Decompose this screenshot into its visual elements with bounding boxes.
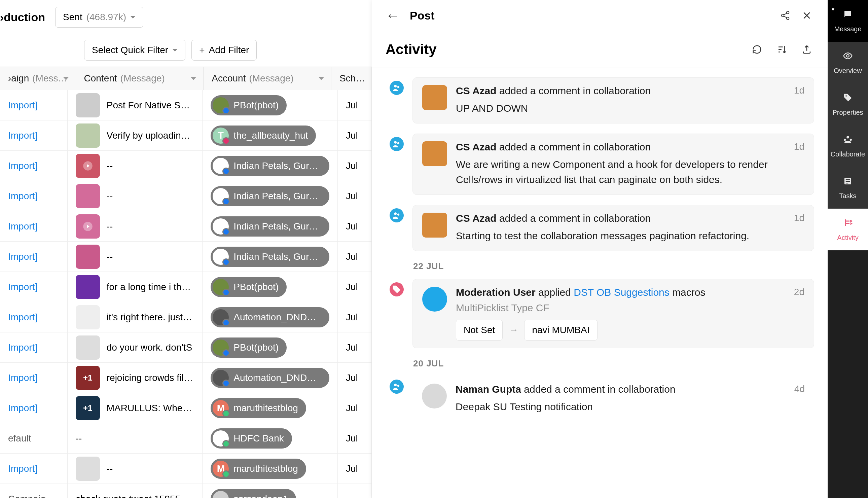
content-thumbnail (76, 457, 100, 481)
account-chip[interactable]: Automation_DND_Carz (211, 307, 329, 327)
rail-overview[interactable]: Overview (828, 42, 868, 83)
network-badge-icon (222, 228, 230, 236)
network-badge-icon (222, 440, 230, 447)
svg-rect-20 (846, 181, 850, 182)
account-chip[interactable]: HDFC Bank (211, 428, 292, 448)
table-row[interactable]: Import]--Indian Petals, GurgaonJul (0, 151, 372, 181)
col-sublabel: (Message) (249, 73, 293, 84)
scheduled-cell (338, 484, 372, 498)
campaign-link[interactable]: Import] (0, 151, 68, 181)
campaign-link[interactable]: efault (0, 423, 68, 453)
rail-tasks[interactable]: Tasks (828, 167, 868, 209)
rail-collaborate[interactable]: Collaborate (828, 125, 868, 167)
table-row[interactable]: Import]--Indian Petals, GurgaonJul (0, 181, 372, 211)
chevron-down-icon (130, 16, 136, 18)
activity-card: Moderation User applied DST OB Suggestio… (413, 279, 814, 348)
table-row[interactable]: Import]do your work. don'tSPBot(pbot)Jul (0, 332, 372, 363)
rail-message[interactable]: ▾ Message (828, 0, 868, 42)
people-icon (843, 134, 853, 147)
campaign-link[interactable]: Import] (0, 363, 68, 393)
table-row[interactable]: Import]for a long time i thought i wo…PB… (0, 272, 372, 302)
content-text: do your work. don'tS (107, 342, 192, 353)
content-text: -- (76, 433, 82, 444)
sort-filter-icon[interactable] (774, 42, 789, 57)
activity-body: Moderation User applied DST OB Suggestio… (456, 287, 804, 341)
table-row[interactable]: Import]--MmaruthitestblogJul (0, 454, 372, 484)
account-chip[interactable]: PBot(pbot) (211, 277, 286, 297)
svg-point-5 (394, 85, 397, 88)
sent-dropdown[interactable]: Sent (468.97k) (55, 7, 143, 28)
table-row[interactable]: Import]Verify by uploading image fr…Tthe… (0, 120, 372, 151)
svg-point-10 (397, 213, 399, 215)
campaign-link[interactable]: Import] (0, 393, 68, 423)
table-row[interactable]: Import]Post For Native Schedule Post Cha… (0, 90, 372, 120)
account-chip[interactable]: Indian Petals, Gurgaon (211, 156, 329, 176)
campaign-link[interactable]: Import] (0, 454, 68, 484)
table-row[interactable]: Import]--Indian Petals, GurgaonJul (0, 241, 372, 272)
activity-item: Naman Gupta added a comment in collabora… (390, 376, 814, 422)
col-account[interactable]: Account (Message) (203, 67, 331, 90)
rail-properties[interactable]: Properties (828, 83, 868, 125)
network-badge-icon (222, 168, 230, 175)
account-name: PBot(pbot) (233, 281, 279, 292)
table-row[interactable]: Import]--Indian Petals, GurgaonJul (0, 211, 372, 241)
scheduled-cell: Jul (338, 90, 372, 120)
campaign-link[interactable]: Import] (0, 241, 68, 272)
quick-filter-dropdown[interactable]: Select Quick Filter (84, 40, 185, 61)
activity-card: CS Azad added a comment in collaboration… (413, 77, 814, 123)
account-name: Indian Petals, Gurgaon (233, 221, 321, 232)
campaign-link[interactable]: Import] (0, 332, 68, 363)
content-cell: -- (68, 423, 203, 453)
content-thumbnail: +1 (76, 366, 100, 390)
account-chip[interactable]: Automation_DND_Carz (211, 368, 329, 388)
svg-point-17 (850, 139, 852, 141)
account-chip[interactable]: PBot(pbot) (211, 95, 286, 115)
campaign-link[interactable]: Import] (0, 181, 68, 211)
refresh-icon[interactable] (750, 42, 764, 57)
account-chip[interactable]: Indian Petals, Gurgaon (211, 186, 329, 206)
sent-count: (468.97k) (86, 12, 126, 23)
account-chip[interactable]: Mmaruthitestblog (211, 459, 306, 479)
campaign-link[interactable]: Import] (0, 120, 68, 150)
back-icon[interactable]: ← (386, 8, 400, 24)
campaign-link[interactable]: Import] (0, 272, 68, 302)
sort-icon[interactable] (190, 77, 197, 80)
account-chip[interactable]: Mmaruthitestblog (211, 398, 306, 418)
account-chip[interactable]: Indian Petals, Gurgaon (211, 247, 329, 267)
activity-item: CS Azad added a comment in collaboration… (390, 77, 814, 123)
table-row[interactable]: Import]+1MARULLUS: Where is thy lea…Mmar… (0, 393, 372, 423)
campaign-link[interactable]: Campaig (0, 484, 68, 498)
campaign-link[interactable]: Import] (0, 90, 68, 120)
account-cell: Tthe_allbeauty_hut (202, 120, 338, 150)
rail-label: Activity (837, 234, 858, 241)
col-scheduled[interactable]: Sch… (331, 67, 372, 90)
sort-icon[interactable] (63, 77, 69, 80)
content-cell: Post For Native Schedule Post Chan… (68, 90, 203, 120)
rail-activity[interactable]: Activity (828, 209, 868, 250)
account-avatar (213, 370, 229, 386)
table-row[interactable]: efault--HDFC BankJul (0, 423, 372, 454)
account-chip[interactable]: PBot(pbot) (211, 338, 286, 358)
col-campaign[interactable]: ›aign (Mess… (0, 67, 76, 90)
campaign-link[interactable]: Import] (0, 302, 68, 332)
arrow-right-icon: → (509, 325, 518, 336)
activity-time: 1d (794, 213, 804, 223)
share-icon[interactable] (778, 8, 793, 23)
sort-icon[interactable] (318, 77, 324, 80)
account-chip[interactable]: Tthe_allbeauty_hut (211, 126, 316, 146)
quick-filter-label: Select Quick Filter (92, 45, 168, 55)
account-avatar (213, 158, 229, 174)
account-name: Indian Petals, Gurgaon (233, 251, 321, 262)
table-row[interactable]: Import]it's right there. just look aro…A… (0, 302, 372, 332)
table-row[interactable]: Campaigcheck quote tweet 1595592628459sp… (0, 484, 372, 498)
export-icon[interactable] (799, 42, 814, 57)
close-icon[interactable] (799, 8, 814, 23)
account-chip[interactable]: Indian Petals, Gurgaon (211, 217, 329, 237)
add-filter-button[interactable]: + Add Filter (191, 40, 257, 61)
content-text: rejoicing crowds filled the str… (107, 372, 195, 383)
account-chip[interactable]: sprsandeep1 (211, 489, 296, 498)
col-content[interactable]: Content (Message) (76, 67, 204, 90)
campaign-link[interactable]: Import] (0, 211, 68, 241)
table-row[interactable]: Import]+1rejoicing crowds filled the str… (0, 363, 372, 393)
activity-body: CS Azad added a comment in collaboration… (456, 213, 804, 243)
